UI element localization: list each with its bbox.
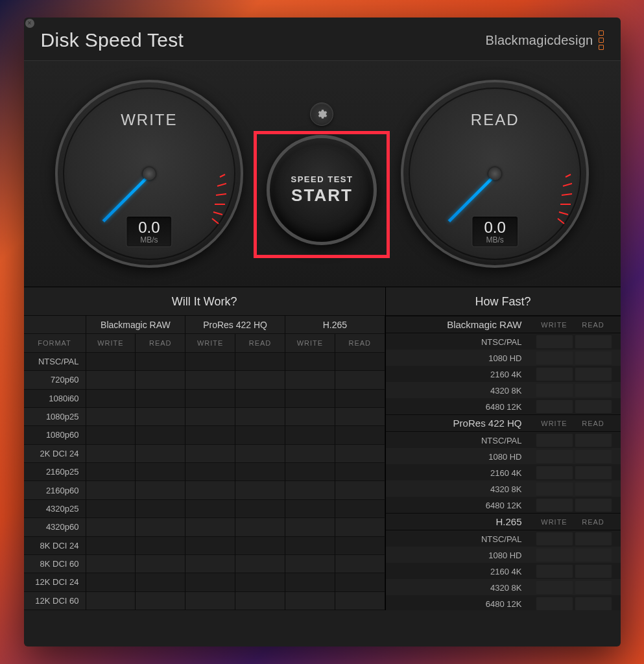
result-cell xyxy=(335,408,385,426)
format-row-label: 8K DCI 24 xyxy=(24,537,86,555)
codec-header: Blackmagic RAW xyxy=(86,316,186,334)
fast-row-label: NTSC/PAL xyxy=(386,436,535,445)
result-cell xyxy=(86,353,136,371)
read-gauge-label: READ xyxy=(471,111,519,129)
fast-write-cell xyxy=(536,466,573,479)
close-icon[interactable]: × xyxy=(25,19,34,28)
result-cell xyxy=(285,463,335,481)
fast-row: 6480 12K xyxy=(386,595,621,610)
result-cell xyxy=(235,445,285,463)
read-unit: MB/s xyxy=(484,235,505,244)
fast-read-cell xyxy=(575,335,612,348)
fast-read-cell xyxy=(575,450,612,463)
app-window: × Disk Speed Test Blackmagicdesign WRITE… xyxy=(24,18,621,646)
result-cell xyxy=(335,518,385,536)
result-cell xyxy=(235,518,285,536)
fast-row-label: NTSC/PAL xyxy=(386,534,535,544)
format-row-label: 2160p60 xyxy=(24,481,86,499)
fast-body: Blackmagic RAW WRITE READ NTSC/PAL 1080 … xyxy=(386,316,621,610)
fast-row-label: 1080 HD xyxy=(386,452,535,462)
fast-group-header: ProRes 422 HQ WRITE READ xyxy=(386,414,621,432)
fast-write-cell xyxy=(536,565,573,578)
fast-write-cell xyxy=(536,335,573,348)
fast-row: 4320 8K xyxy=(386,480,621,497)
fast-row-label: 2160 4K xyxy=(386,468,535,478)
format-row-label: 720p60 xyxy=(24,371,86,389)
gauges-panel: WRITE 0.0 MB/s SPEED TEST START xyxy=(24,60,621,287)
result-cell xyxy=(335,463,385,481)
settings-button[interactable] xyxy=(310,102,333,126)
result-cell xyxy=(136,573,185,591)
fast-row: 2160 4K xyxy=(386,563,621,579)
fast-read-cell xyxy=(575,368,612,381)
fast-row: NTSC/PAL xyxy=(386,432,621,448)
write-unit: MB/s xyxy=(138,235,160,244)
result-cell xyxy=(185,445,235,463)
format-row-label: 2K DCI 24 xyxy=(24,445,86,463)
result-cell xyxy=(285,537,335,555)
result-cell xyxy=(86,445,136,463)
result-cell xyxy=(285,353,335,371)
result-cell xyxy=(235,371,285,389)
write-header: WRITE xyxy=(285,334,335,352)
result-cell xyxy=(86,518,136,536)
result-cell xyxy=(285,426,335,444)
start-button[interactable]: SPEED TEST START xyxy=(267,135,377,245)
result-cell xyxy=(136,592,185,610)
write-hub-icon xyxy=(143,167,156,180)
fast-write-header: WRITE xyxy=(535,420,574,427)
read-gauge: READ 0.0 MB/s xyxy=(401,80,589,268)
result-cell xyxy=(235,426,285,444)
fast-row-label: 1080 HD xyxy=(386,353,535,363)
fast-read-cell xyxy=(575,482,612,495)
result-cell xyxy=(185,500,235,518)
fast-row: 6480 12K xyxy=(386,497,621,513)
format-header: FORMAT xyxy=(24,334,86,352)
result-cell xyxy=(335,500,385,518)
read-value: 0.0 xyxy=(484,220,505,235)
fast-row: 2160 4K xyxy=(386,366,621,382)
result-cell xyxy=(86,555,136,573)
fast-row: 1080 HD xyxy=(386,547,621,563)
fast-row: 1080 HD xyxy=(386,350,621,366)
fast-read-header: READ xyxy=(574,518,613,526)
result-cell xyxy=(235,555,285,573)
result-cell xyxy=(235,500,285,518)
result-cell xyxy=(335,353,385,371)
result-cell xyxy=(86,390,136,408)
result-cell xyxy=(136,445,185,463)
result-cell xyxy=(185,390,235,408)
app-title: Disk Speed Test xyxy=(41,29,184,51)
fast-write-cell xyxy=(536,549,573,562)
result-cell xyxy=(185,353,235,371)
result-cell xyxy=(185,573,235,591)
result-cell xyxy=(335,573,385,591)
center-controls: SPEED TEST START xyxy=(267,102,377,245)
fast-read-cell xyxy=(575,532,612,545)
write-header: WRITE xyxy=(86,334,136,352)
result-cell xyxy=(285,371,335,389)
result-cell xyxy=(285,500,335,518)
fast-write-cell xyxy=(536,368,573,381)
result-cell xyxy=(136,408,185,426)
result-cell xyxy=(136,518,185,536)
result-cell xyxy=(136,390,185,408)
format-row-label: 4320p60 xyxy=(24,518,86,536)
result-cell xyxy=(285,481,335,499)
result-cell xyxy=(136,481,185,499)
result-cell xyxy=(285,390,335,408)
brand-dots-icon xyxy=(599,30,604,50)
fast-group-header: H.265 WRITE READ xyxy=(386,513,621,530)
fast-read-cell xyxy=(575,581,612,594)
result-cell xyxy=(185,592,235,610)
result-cell xyxy=(86,371,136,389)
result-cell xyxy=(335,555,385,573)
read-needle-icon xyxy=(448,174,496,222)
will-it-work-panel: Will It Work? Blackmagic RAWProRes 422 H… xyxy=(24,287,386,610)
result-cell xyxy=(235,390,285,408)
fast-read-cell xyxy=(575,597,612,610)
result-cell xyxy=(185,371,235,389)
result-cell xyxy=(285,408,335,426)
result-cell xyxy=(136,371,185,389)
format-row-label: 8K DCI 60 xyxy=(24,555,86,573)
